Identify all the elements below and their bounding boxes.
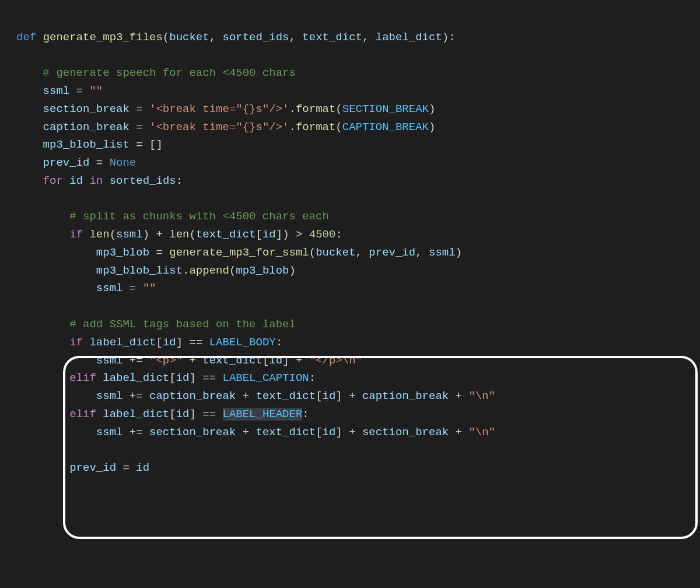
line-8: prev_id = None [16, 156, 136, 169]
line-13: mp3_blob = generate_mp3_for_ssml(bucket,… [16, 246, 462, 259]
line-5: section_break = '<break time="{}s"/>'.fo… [16, 103, 435, 116]
line-17: # add SSML tags based on the label [16, 318, 296, 331]
line-23: ssml += section_break + text_dict[id] + … [16, 426, 495, 439]
line-3: # generate speech for each <4500 chars [16, 66, 296, 79]
code-block: def generate_mp3_files(bucket, sorted_id… [0, 0, 700, 495]
line-21: ssml += caption_break + text_dict[id] + … [16, 390, 495, 402]
line-22: elif label_dict[id] == LABEL_HEADER: [16, 408, 309, 421]
line-6: caption_break = '<break time="{}s"/>'.fo… [16, 121, 435, 134]
line-12: if len(ssml) + len(text_dict[id]) > 4500… [16, 228, 342, 241]
line-9: for id in sorted_ids: [16, 174, 183, 187]
line-20: elif label_dict[id] == LABEL_CAPTION: [16, 372, 316, 384]
line-1: def generate_mp3_files(bucket, sorted_id… [16, 31, 456, 44]
line-4: ssml = "" [16, 85, 103, 97]
line-15: ssml = "" [16, 282, 156, 295]
line-7: mp3_blob_list = [] [16, 138, 163, 151]
line-18: if label_dict[id] == LABEL_BODY: [16, 336, 282, 349]
line-19: ssml += "<p>" + text_dict[id] + "</p>\n" [16, 354, 362, 367]
line-25: prev_id = id [16, 461, 149, 474]
line-14: mp3_blob_list.append(mp3_blob) [16, 264, 296, 277]
line-11: # split as chunks with <4500 chars each [16, 210, 329, 223]
